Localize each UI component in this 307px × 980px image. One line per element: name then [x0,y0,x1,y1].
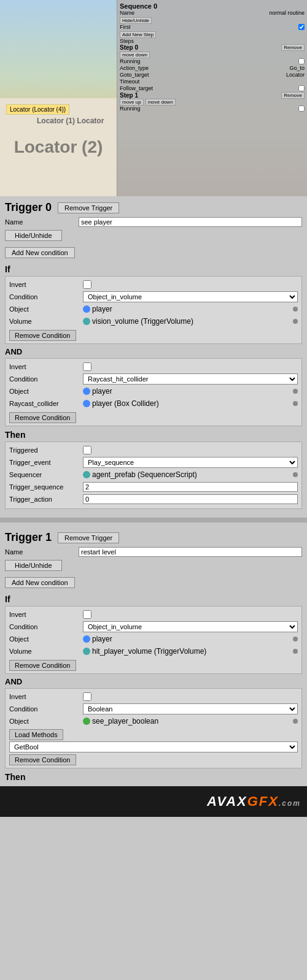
trigger0-raycast-dot[interactable] [293,401,298,406]
trigger1-and-label: AND [5,677,302,686]
trigger0-remove-condition1-btn[interactable]: Remove Condition [9,330,76,341]
trigger0-volume1-label: Volume [9,318,83,325]
trigger1-condition1-label: Condition [9,623,83,630]
trigger1-condition2-row: Condition Boolean [9,703,298,714]
seq-running1-cb[interactable] [298,105,305,112]
seq-running1: Running [120,105,141,112]
trigger0-object1-icon [83,305,90,313]
trigger0-raycast-value: player (Box Collider) [92,399,159,408]
trigger0-object2-label: Object [9,388,83,395]
trigger0-name-label: Name [5,218,79,226]
trigger1-remove-condition2-btn[interactable]: Remove Condition [9,754,76,765]
trigger1-invert2-cb[interactable] [83,692,91,701]
trigger0-object2-dot[interactable] [293,389,298,394]
trigger0-volume1-row: Volume vision_volume (TriggerVolume) [9,316,298,327]
trigger0-add-condition-btn[interactable]: Add New condition [5,247,75,258]
trigger0-volume1-value: vision_volume (TriggerVolume) [92,317,193,326]
trigger0-name-input[interactable] [79,217,302,227]
trigger1-invert2-row: Invert [9,691,298,702]
trigger1-condition1-select[interactable]: Object_in_volume [83,621,298,632]
trigger0-triggered-cb[interactable] [83,446,91,454]
trigger0-hide-unhide-btn[interactable]: Hide/Unhide [5,230,62,241]
trigger0-condition1-select[interactable]: Object_in_volume [83,291,298,302]
trigger0-trigger-event-label: Trigger_event [9,459,83,466]
seq-add-step-mini[interactable]: Add New Step [120,31,156,38]
seq-first-checkbox[interactable] [298,24,305,30]
trigger0-raycast-row: Raycast_collider player (Box Collider) [9,398,298,409]
trigger0-sequencer-dot[interactable] [293,472,298,477]
trigger0-sequencer-row: Sequencer agent_prefab (SequencerScript) [9,469,298,480]
trigger0-object2-field: player [83,387,298,396]
trigger0-then-label: Then [5,430,302,440]
seq-name-val: normal routine [269,10,305,16]
trigger0-invert2-label: Invert [9,363,83,370]
trigger0-sequencer-label: Sequencer [9,471,83,478]
trigger0-condition2-select[interactable]: Raycast_hit_collider [83,373,298,385]
trigger1-then-label: Then [5,772,302,782]
trigger0-trigger-seq-row: Trigger_sequence [9,481,298,492]
locator-area: Locator (Locator (4)) Locator (1) Locato… [0,98,117,196]
seq-running0-cb[interactable] [298,58,305,64]
trigger0-trigger-action-label: Trigger_action [9,496,83,503]
trigger0-raycast-icon [83,400,90,407]
trigger1-remove-trigger-btn[interactable]: Remove Trigger [58,532,119,543]
trigger0-object1-value: player [92,305,112,313]
trigger0-volume1-field: vision_volume (TriggerVolume) [83,317,298,326]
seq-remove0[interactable]: Remove [281,44,305,51]
trigger0-invert1-cb[interactable] [83,280,91,289]
trigger1-load-methods-btn[interactable]: Load Methods [9,729,63,740]
trigger1-name-label: Name [5,548,79,556]
trigger1-object2-dot[interactable] [293,719,298,724]
trigger1-condition2-select[interactable]: Boolean [83,703,298,714]
trigger0-remove-condition2-btn[interactable]: Remove Condition [9,412,76,423]
locator-big-label: Locator (2) [14,137,103,157]
trigger1-name-input[interactable] [79,547,302,557]
trigger0-triggered-row: Triggered [9,445,298,456]
sequence-mini-panel: Sequence 0 Name normal routine Hide/Unhi… [117,0,307,196]
seq-follow-cb[interactable] [298,85,305,91]
trigger0-volume1-icon [83,318,90,325]
trigger1-volume1-dot[interactable] [293,649,298,654]
trigger1-volume1-value: hit_player_volume (TriggerVolume) [92,647,206,656]
trigger0-name-row: Name [5,216,302,228]
trigger1-remove-condition1-btn[interactable]: Remove Condition [9,660,76,671]
trigger0-object1-row: Object player [9,304,298,315]
trigger1-getbool-select[interactable]: GetBool [9,741,298,752]
trigger0-volume1-dot[interactable] [293,319,298,324]
trigger1-object2-label: Object [9,718,83,725]
avax-text: AVAX [207,794,247,809]
main-content: Trigger 0 Remove Trigger Name Hide/Unhid… [0,196,307,786]
trigger0-invert2-cb[interactable] [83,362,91,371]
trigger0-sequencer-value: agent_prefab (SequencerScript) [92,470,197,479]
trigger0-trigger-event-select[interactable]: Play_sequence [83,457,298,468]
seq-move-down1[interactable]: move down [146,99,176,105]
trigger0-condition1-block: Invert Condition Object_in_volume Object… [5,276,302,344]
trigger0-object1-dot[interactable] [293,307,298,312]
trigger0-trigger-seq-input[interactable] [83,482,298,492]
trigger1-volume1-label: Volume [9,648,83,655]
trigger0-object2-row: Object player [9,386,298,397]
trigger0-raycast-field: player (Box Collider) [83,399,298,408]
seq-follow-label: Follow_target [120,85,153,91]
trigger0-block: Trigger 0 Remove Trigger Name Hide/Unhid… [0,196,307,514]
trigger1-add-condition-btn[interactable]: Add New condition [5,577,75,588]
trigger1-object1-dot[interactable] [293,637,298,641]
trigger0-title: Trigger 0 [5,201,52,214]
trigger1-volume1-field: hit_player_volume (TriggerVolume) [83,647,298,656]
seq-remove1[interactable]: Remove [281,92,305,99]
trigger1-invert1-cb[interactable] [83,610,91,619]
seq-goto-val: Locator [286,72,305,78]
trigger0-condition2-row: Condition Raycast_hit_collider [9,373,298,385]
trigger1-condition2-block: Invert Condition Boolean Object see_play… [5,688,302,768]
trigger0-remove-trigger-btn[interactable]: Remove Trigger [58,202,119,213]
trigger1-invert1-row: Invert [9,609,298,620]
seq-move-down0[interactable]: move down [120,52,150,58]
trigger1-hide-unhide-btn[interactable]: Hide/Unhide [5,560,62,571]
trigger0-invert1-row: Invert [9,279,298,290]
trigger0-triggered-label: Triggered [9,446,83,454]
trigger0-raycast-label: Raycast_collider [9,400,83,407]
gfx-text: GFX [247,794,279,809]
trigger0-trigger-action-input[interactable] [83,494,298,504]
seq-move-up1[interactable]: move up [120,99,144,105]
seq-hide-unhide-mini[interactable]: Hide/Unhide [120,17,152,24]
